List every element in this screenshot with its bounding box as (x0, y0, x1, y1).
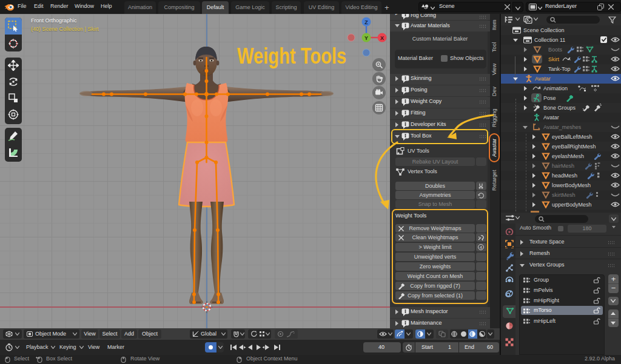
svg-text:Y: Y (364, 35, 368, 41)
svg-text:Z: Z (364, 19, 368, 25)
svg-text:X: X (380, 35, 384, 41)
